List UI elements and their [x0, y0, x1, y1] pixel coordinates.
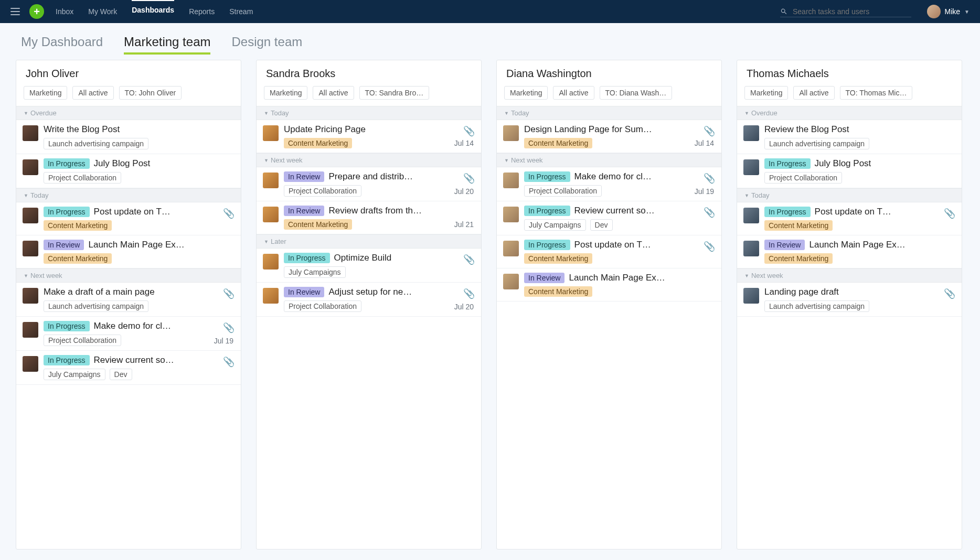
- assignee-avatar: [743, 208, 759, 223]
- search-input[interactable]: [793, 7, 911, 16]
- task-body: In ProgressPost update on T…Content Mark…: [524, 240, 715, 264]
- section-header[interactable]: ▼Today: [257, 106, 481, 120]
- section-header[interactable]: ▼Today: [497, 106, 721, 120]
- tab-design-team[interactable]: Design team: [231, 35, 302, 55]
- filter-chip[interactable]: All active: [793, 86, 834, 100]
- due-date: Jul 20: [454, 187, 474, 196]
- status-tag: In Review: [44, 240, 84, 250]
- assignee-avatar: [263, 173, 279, 188]
- collapse-icon: ▼: [504, 158, 509, 163]
- task-row[interactable]: In ProgressPost update on T…Content Mark…: [737, 202, 962, 235]
- task-row[interactable]: In ReviewLaunch Main Page Ex…Content Mar…: [737, 235, 962, 268]
- boards-row: John OliverMarketingAll activeTO: John O…: [16, 60, 964, 550]
- board-column: John OliverMarketingAll activeTO: John O…: [16, 60, 241, 550]
- assignee-avatar: [743, 288, 759, 304]
- task-body: In ReviewLaunch Main Page Ex…Content Mar…: [44, 240, 235, 264]
- task-row[interactable]: In ProgressMake demo for cl…Project Coll…: [497, 167, 721, 201]
- filter-chip[interactable]: All active: [313, 86, 354, 100]
- filter-chip[interactable]: Marketing: [504, 86, 548, 100]
- filter-chip[interactable]: TO: John Oliver: [119, 86, 182, 100]
- project-pill: Project Collaboration: [524, 185, 602, 197]
- attachment-icon: 📎: [944, 208, 955, 219]
- task-row[interactable]: Design Landing Page for Sum…Content Mark…: [497, 120, 721, 153]
- task-body: In ReviewPrepare and distrib…Project Col…: [284, 171, 475, 197]
- section-header[interactable]: ▼Today: [737, 188, 962, 202]
- filter-chip[interactable]: All active: [553, 86, 594, 100]
- task-row[interactable]: In ReviewReview drafts from th…Content M…: [257, 201, 481, 234]
- nav-item-inbox[interactable]: Inbox: [56, 1, 73, 22]
- task-body: In ProgressMake demo for cl…Project Coll…: [524, 171, 715, 197]
- task-title: Review the Blog Post: [764, 124, 955, 135]
- section-header[interactable]: ▼Next week: [737, 268, 962, 283]
- assignee-avatar: [23, 208, 38, 223]
- assignee-avatar: [503, 125, 519, 141]
- task-row[interactable]: In ProgressJuly Blog PostProject Collabo…: [16, 154, 241, 188]
- task-row[interactable]: Make a draft of a main pageLaunch advert…: [16, 283, 241, 317]
- filter-chip[interactable]: TO: Diana Wash…: [600, 86, 673, 100]
- task-row[interactable]: Review the Blog PostLaunch advertising c…: [737, 120, 962, 154]
- task-row[interactable]: Landing page draftLaunch advertising cam…: [737, 283, 962, 317]
- due-date: Jul 21: [454, 220, 474, 229]
- project-pill: July Campaigns: [524, 219, 586, 231]
- section-header[interactable]: ▼Next week: [257, 153, 481, 167]
- tab-marketing-team[interactable]: Marketing team: [124, 35, 210, 55]
- due-date: Jul 20: [454, 303, 474, 311]
- board-column: Thomas MichaelsMarketingAll activeTO: Th…: [737, 60, 962, 550]
- task-row[interactable]: In ProgressJuly Blog PostProject Collabo…: [737, 154, 962, 188]
- task-title: Adjust setup for ne…: [328, 287, 475, 297]
- task-row[interactable]: In ReviewLaunch Main Page Ex…Content Mar…: [16, 235, 241, 268]
- task-body: In ProgressPost update on T…Content Mark…: [764, 207, 955, 231]
- nav-item-dashboards[interactable]: Dashboards: [132, 0, 174, 22]
- task-row[interactable]: In ProgressPost update on T…Content Mark…: [16, 202, 241, 235]
- task-row[interactable]: In ProgressReview current so…July Campai…: [497, 201, 721, 235]
- section-label: Today: [271, 109, 289, 117]
- board-filters: MarketingAll activeTO: Sandra Bro…: [257, 83, 481, 106]
- board-title: John Oliver: [16, 60, 241, 83]
- attachment-icon: 📎: [223, 288, 235, 299]
- add-button[interactable]: +: [29, 4, 44, 19]
- section-header[interactable]: ▼Overdue: [16, 106, 241, 120]
- category-tag: Content Marketing: [284, 219, 352, 230]
- task-row[interactable]: Update Pricing PageContent Marketing📎Jul…: [257, 120, 481, 153]
- task-row[interactable]: In ReviewPrepare and distrib…Project Col…: [257, 167, 481, 201]
- filter-chip[interactable]: Marketing: [24, 86, 67, 100]
- menu-icon[interactable]: [10, 8, 20, 15]
- task-body: Update Pricing PageContent Marketing: [284, 124, 475, 148]
- assignee-avatar: [263, 254, 279, 270]
- nav-item-my-work[interactable]: My Work: [88, 1, 117, 22]
- status-tag: In Progress: [524, 240, 570, 250]
- user-menu[interactable]: Mike ▼: [927, 5, 970, 18]
- nav-item-stream[interactable]: Stream: [229, 1, 253, 22]
- filter-chip[interactable]: All active: [72, 86, 113, 100]
- filter-chip[interactable]: TO: Sandra Bro…: [359, 86, 430, 100]
- project-pill: Project Collaboration: [44, 172, 121, 184]
- filter-chip[interactable]: Marketing: [264, 86, 307, 100]
- section-header[interactable]: ▼Next week: [16, 268, 241, 283]
- status-tag: In Progress: [524, 206, 570, 216]
- task-title: Make demo for cl…: [94, 321, 235, 331]
- tab-my-dashboard[interactable]: My Dashboard: [21, 35, 103, 55]
- task-body: Review the Blog PostLaunch advertising c…: [764, 124, 955, 149]
- filter-chip[interactable]: Marketing: [744, 86, 788, 100]
- task-row[interactable]: Write the Blog PostLaunch advertising ca…: [16, 120, 241, 154]
- section-header[interactable]: ▼Overdue: [737, 106, 962, 120]
- section-header[interactable]: ▼Later: [257, 234, 481, 249]
- section-header[interactable]: ▼Next week: [497, 153, 721, 167]
- status-tag: In Review: [284, 287, 324, 297]
- search-box[interactable]: [780, 6, 911, 17]
- section-header[interactable]: ▼Today: [16, 188, 241, 202]
- task-row[interactable]: In ProgressOptimize BuildJuly Campaigns📎: [257, 249, 481, 283]
- task-row[interactable]: In ReviewAdjust setup for ne…Project Col…: [257, 283, 481, 317]
- board-title: Thomas Michaels: [737, 60, 962, 83]
- task-row[interactable]: In ProgressMake demo for cl…Project Coll…: [16, 317, 241, 351]
- section-label: Today: [511, 109, 529, 117]
- task-row[interactable]: In ReviewLaunch Main Page Ex…Content Mar…: [497, 268, 721, 301]
- task-row[interactable]: In ProgressReview current so…July Campai…: [16, 351, 241, 385]
- project-pill: Project Collaboration: [284, 300, 361, 312]
- filter-chip[interactable]: TO: Thomas Mic…: [840, 86, 913, 100]
- search-icon: [780, 7, 787, 16]
- task-row[interactable]: In ProgressPost update on T…Content Mark…: [497, 235, 721, 268]
- project-pill: Project Collaboration: [284, 185, 361, 197]
- nav-item-reports[interactable]: Reports: [189, 1, 215, 22]
- status-tag: In Review: [524, 273, 564, 283]
